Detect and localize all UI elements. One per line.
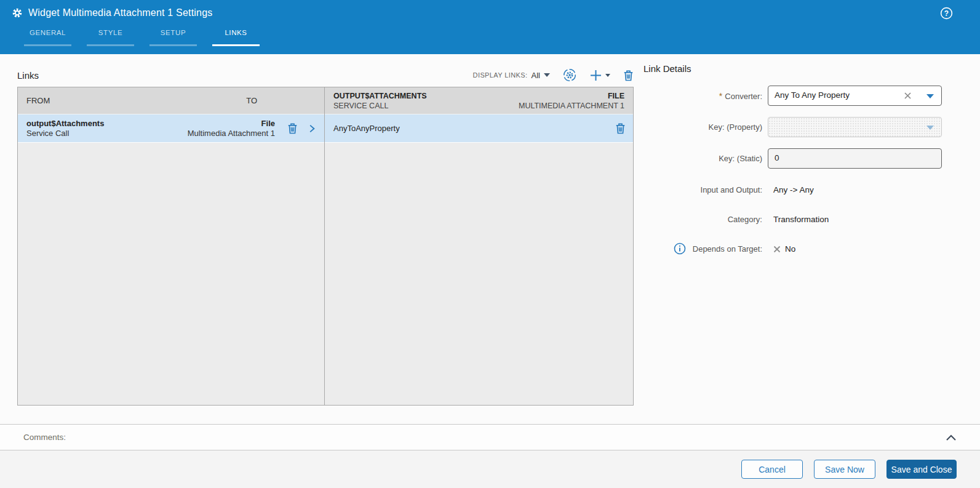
binding-table-header: OUTPUT$ATTACHMENTS SERVICE CALL FILE MUL… [325, 87, 633, 114]
depends-on-target-label: Depends on Target: [643, 244, 768, 254]
chevron-up-icon[interactable] [946, 434, 957, 441]
from-to-table: FROM TO output$Attachments Service Call … [18, 87, 325, 405]
binding-header-source: OUTPUT$ATTACHMENTS [333, 91, 427, 101]
column-header-to: TO [246, 96, 257, 105]
widget-settings-dialog: Widget Multimedia Attachment 1 Settings … [0, 0, 980, 488]
binding-row-selected[interactable]: AnyToAnyProperty [325, 114, 633, 143]
chevron-down-icon [605, 74, 610, 77]
link-from-entity: Service Call [26, 129, 188, 138]
chevron-down-icon [926, 126, 934, 130]
key-static-value: 0 [775, 153, 779, 162]
links-title: Links [17, 70, 39, 81]
tab-links[interactable]: LINKS [212, 27, 260, 46]
tab-general[interactable]: GENERAL [24, 27, 71, 46]
binding-table: OUTPUT$ATTACHMENTS SERVICE CALL FILE MUL… [325, 87, 633, 405]
category-value: Transformation [773, 215, 829, 224]
save-and-close-button[interactable]: Save and Close [886, 460, 957, 479]
input-output-label: Input and Output: [643, 185, 768, 194]
column-header-from: FROM [26, 96, 50, 105]
converter-dropdown[interactable]: Any To Any Property [768, 86, 942, 106]
x-no-icon [773, 246, 781, 253]
tab-setup[interactable]: SETUP [149, 27, 197, 46]
depends-on-target-value: No [785, 244, 795, 254]
converter-label: Converter: [725, 92, 762, 101]
comments-bar[interactable]: Comments: [0, 424, 980, 450]
settings-tabs: GENERAL STYLE SETUP LINKS [24, 27, 260, 46]
converter-value: Any To Any Property [775, 90, 850, 100]
key-static-label: Key: (Static) [643, 154, 768, 163]
link-details-panel: Link Details *Converter: Any To Any Prop… [643, 63, 947, 254]
delete-links-button[interactable] [623, 70, 634, 81]
chevron-right-icon[interactable] [307, 124, 317, 134]
dialog-title: Widget Multimedia Attachment 1 Settings [28, 7, 213, 18]
category-label: Category: [643, 215, 768, 224]
link-row-selected[interactable]: output$Attachments Service Call File Mul… [18, 114, 324, 143]
dialog-footer: Cancel Save Now Save and Close [0, 450, 980, 488]
tab-style[interactable]: STYLE [87, 27, 134, 46]
binding-converter-name: AnyToAnyProperty [333, 124, 603, 133]
key-property-label: Key: (Property) [643, 122, 768, 132]
cancel-button[interactable]: Cancel [741, 460, 803, 479]
help-icon[interactable]: ? [940, 7, 953, 20]
plus-icon [589, 69, 602, 82]
comments-label: Comments: [23, 433, 66, 442]
save-now-button[interactable]: Save Now [814, 460, 875, 479]
from-to-table-header: FROM TO [18, 87, 324, 114]
required-asterisk: * [719, 91, 722, 101]
info-icon[interactable] [674, 242, 686, 255]
link-to-name: File [188, 119, 275, 129]
display-links-filter[interactable]: DISPLAY LINKS: All [473, 71, 550, 80]
binding-header-source-entity: SERVICE CALL [333, 101, 427, 111]
clear-converter-icon[interactable] [904, 92, 912, 100]
chevron-down-icon[interactable] [926, 94, 934, 98]
links-section: Links DISPLAY LINKS: All [17, 63, 634, 406]
key-property-dropdown[interactable] [768, 117, 942, 137]
delete-binding-icon[interactable] [615, 122, 626, 134]
input-output-value: Any -> Any [773, 185, 814, 194]
links-tables: FROM TO output$Attachments Service Call … [17, 87, 634, 406]
display-links-label: DISPLAY LINKS: [473, 71, 528, 79]
link-details-title: Link Details [643, 63, 947, 74]
link-to-entity: Multimedia Attachment 1 [188, 129, 275, 138]
delete-row-icon[interactable] [287, 122, 298, 134]
svg-text:?: ? [944, 9, 949, 18]
dialog-header: Widget Multimedia Attachment 1 Settings … [0, 0, 980, 54]
display-links-value: All [532, 71, 540, 80]
binding-header-target: FILE [519, 91, 624, 101]
binding-header-target-entity: MULTIMEDIA ATTACHMENT 1 [519, 101, 624, 111]
link-from-name: output$Attachments [26, 119, 188, 129]
add-link-button[interactable] [589, 69, 610, 82]
key-static-input[interactable]: 0 [768, 148, 942, 169]
settings-gear-icon [12, 7, 23, 18]
links-toolbar: DISPLAY LINKS: All [473, 68, 634, 82]
auto-bind-gear-icon[interactable] [563, 68, 576, 82]
chevron-down-icon [544, 73, 550, 77]
